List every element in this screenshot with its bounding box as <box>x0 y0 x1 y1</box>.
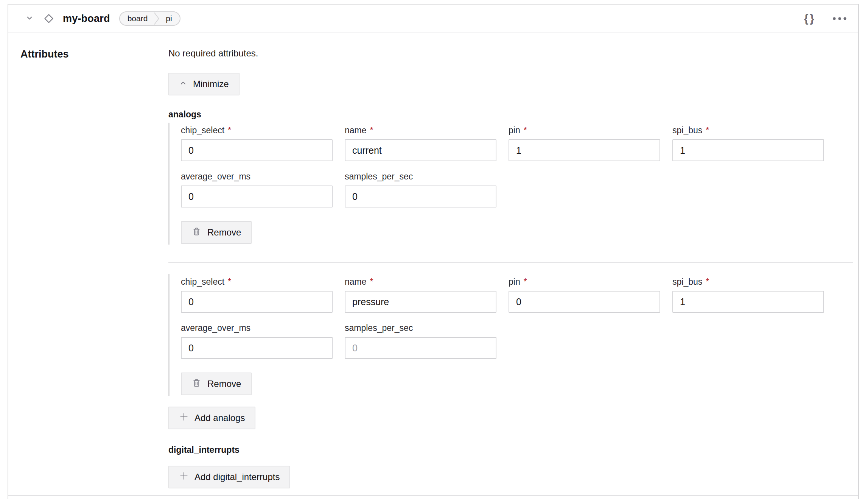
field-chip-select: chip_select* <box>181 125 333 161</box>
remove-analog-button[interactable]: Remove <box>181 373 252 395</box>
field-label: chip_select* <box>181 125 333 136</box>
trash-icon <box>191 378 202 390</box>
add-analogs-button-label: Add analogs <box>194 413 245 423</box>
model-badge-label: pi <box>158 12 179 25</box>
header-actions: {} <box>804 13 847 24</box>
analog-item: chip_select* name* pin* spi_bus* <box>168 123 853 245</box>
digital-interrupts-section-label: digital_interrupts <box>168 444 853 455</box>
samples-per-sec-input[interactable] <box>345 337 496 359</box>
field-name: name* <box>345 276 496 313</box>
spi-bus-input[interactable] <box>672 139 824 161</box>
field-chip-select: chip_select* <box>181 276 333 313</box>
plus-icon <box>179 412 189 424</box>
field-samples-per-sec: samples_per_sec <box>345 323 496 359</box>
chip-select-input[interactable] <box>181 291 333 313</box>
field-label: pin* <box>509 125 660 136</box>
field-label: average_over_ms <box>181 171 333 182</box>
average-over-ms-input[interactable] <box>181 186 333 207</box>
field-label: average_over_ms <box>181 323 333 333</box>
field-label: spi_bus* <box>672 276 824 287</box>
field-label: samples_per_sec <box>345 323 496 333</box>
required-marker: * <box>228 277 231 287</box>
analog-fields: chip_select* name* pin* spi_bus* <box>181 276 853 359</box>
samples-per-sec-input[interactable] <box>345 186 496 207</box>
component-diamond-icon <box>43 13 54 24</box>
card-section-divider <box>8 495 858 496</box>
field-pin: pin* <box>509 276 660 313</box>
field-label: name* <box>345 125 496 136</box>
field-label-text: average_over_ms <box>181 172 250 181</box>
remove-button-label: Remove <box>207 227 241 238</box>
field-pin: pin* <box>509 125 660 161</box>
required-marker: * <box>524 277 527 287</box>
spi-bus-input[interactable] <box>672 291 824 313</box>
analog-fields: chip_select* name* pin* spi_bus* <box>181 125 853 207</box>
attributes-heading: Attributes <box>20 48 168 488</box>
add-analogs-button[interactable]: Add analogs <box>168 407 255 429</box>
field-label-text: chip_select <box>181 125 224 135</box>
chip-select-input[interactable] <box>181 139 333 161</box>
name-input[interactable] <box>345 139 496 161</box>
field-label-text: spi_bus <box>672 277 702 287</box>
field-spi-bus: spi_bus* <box>672 125 824 161</box>
field-label: pin* <box>509 276 660 287</box>
required-marker: * <box>370 125 373 135</box>
field-label: spi_bus* <box>672 125 824 136</box>
required-marker: * <box>706 125 709 135</box>
add-digital-interrupts-button-label: Add digital_interrupts <box>194 472 280 482</box>
field-label-text: samples_per_sec <box>345 323 413 333</box>
chevron-down-icon <box>25 14 34 24</box>
chevron-up-icon <box>179 79 187 89</box>
add-digital-interrupts-button[interactable]: Add digital_interrupts <box>168 466 290 488</box>
trash-icon <box>191 226 202 239</box>
component-type-badge: board pi <box>119 11 180 26</box>
field-spi-bus: spi_bus* <box>672 276 824 313</box>
component-name: my-board <box>63 13 110 25</box>
field-label-text: average_over_ms <box>181 323 250 333</box>
json-mode-button[interactable]: {} <box>804 13 816 24</box>
analogs-section-label: analogs <box>168 109 853 120</box>
field-label-text: samples_per_sec <box>345 172 413 181</box>
field-label-text: name <box>345 125 367 135</box>
collapse-toggle-button[interactable] <box>25 14 34 24</box>
field-label-text: name <box>345 277 367 287</box>
required-marker: * <box>524 125 527 135</box>
more-options-button[interactable] <box>832 16 847 22</box>
ellipsis-icon <box>832 16 847 22</box>
required-attributes-note: No required attributes. <box>168 48 853 59</box>
field-average-over-ms: average_over_ms <box>181 171 333 207</box>
field-samples-per-sec: samples_per_sec <box>345 171 496 207</box>
field-label: chip_select* <box>181 276 333 287</box>
analog-item: chip_select* name* pin* spi_bus* <box>168 274 853 396</box>
field-label: name* <box>345 276 496 287</box>
field-label-text: spi_bus <box>672 125 702 135</box>
plus-icon <box>179 471 189 483</box>
average-over-ms-input[interactable] <box>181 337 333 359</box>
remove-button-label: Remove <box>207 379 241 389</box>
required-marker: * <box>370 277 373 287</box>
attributes-content: No required attributes. Minimize analogs… <box>168 48 853 488</box>
required-marker: * <box>706 277 709 287</box>
field-label-text: chip_select <box>181 277 224 287</box>
pin-input[interactable] <box>509 291 660 313</box>
pin-input[interactable] <box>509 139 660 161</box>
component-card-header: my-board board pi {} <box>8 5 858 33</box>
field-label-text: pin <box>509 277 520 287</box>
curly-braces-icon: {} <box>804 13 816 24</box>
required-marker: * <box>228 125 231 135</box>
attributes-section: Attributes No required attributes. Minim… <box>8 33 858 488</box>
name-input[interactable] <box>345 291 496 313</box>
remove-analog-button[interactable]: Remove <box>181 221 252 244</box>
minimize-button[interactable]: Minimize <box>168 73 240 95</box>
minimize-button-label: Minimize <box>193 79 229 89</box>
analog-items-divider <box>168 262 853 263</box>
field-label: samples_per_sec <box>345 171 496 182</box>
field-name: name* <box>345 125 496 161</box>
field-label-text: pin <box>509 125 520 135</box>
type-badge-label: board <box>120 12 156 25</box>
field-average-over-ms: average_over_ms <box>181 323 333 359</box>
component-card: my-board board pi {} Attributes No requi… <box>8 4 859 499</box>
